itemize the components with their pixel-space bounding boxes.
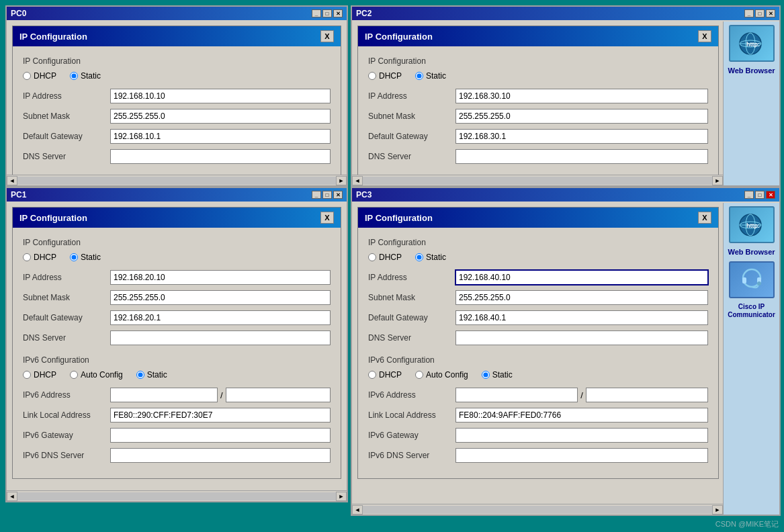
pc3-web-browser-item[interactable]: http: Web Browser — [728, 206, 775, 256]
pc3-ipv6-dhcp-radio[interactable] — [368, 371, 376, 379]
pc0-titlebar[interactable]: PC0 _ □ ✕ — [7, 7, 347, 20]
pc1-ipv6-dhcp-option[interactable]: DHCP — [23, 370, 56, 380]
pc3-ipv6-addr-input[interactable] — [455, 388, 578, 402]
pc1-dhcp-radio[interactable] — [23, 253, 31, 261]
pc1-ip-input[interactable] — [110, 270, 331, 285]
pc3-web-browser-label: Web Browser — [728, 248, 775, 256]
pc1-subnet-input[interactable] — [110, 290, 331, 305]
pc0-close-btn[interactable]: ✕ — [333, 9, 343, 17]
pc3-dhcp-radio[interactable] — [368, 253, 376, 261]
pc3-ipv6-static-radio[interactable] — [482, 371, 490, 379]
pc2-static-option[interactable]: Static — [415, 71, 446, 81]
pc2-ip-close-btn[interactable]: X — [698, 30, 711, 42]
pc1-ipv6-section: IPv6 Configuration DHCP Auto Config Stat… — [23, 355, 331, 463]
pc2-minimize-btn[interactable]: _ — [744, 9, 754, 17]
pc1-ip-label: IP Address — [23, 273, 110, 282]
pc1-dhcp-option[interactable]: DHCP — [23, 253, 56, 262]
pc3-radio-row: DHCP Static — [368, 253, 708, 262]
pc0-maximize-btn[interactable]: □ — [322, 9, 332, 17]
pc0-minimize-btn[interactable]: _ — [312, 9, 321, 17]
pc2-scroll-right[interactable]: ► — [712, 176, 723, 185]
pc1-ipv6-static-option[interactable]: Static — [136, 370, 167, 380]
pc0-static-radio[interactable] — [70, 72, 78, 80]
pc1-close-btn[interactable]: ✕ — [333, 191, 343, 199]
pc0-scroll-left[interactable]: ◄ — [7, 176, 17, 185]
pc2-dns-input[interactable] — [455, 149, 708, 164]
pc1-ipv6-dns-input[interactable] — [110, 448, 331, 463]
pc3-minimize-btn[interactable]: _ — [744, 191, 754, 199]
pc1-subnet-label: Subnet Mask — [23, 293, 110, 302]
pc3-cisco-ip-item[interactable]: Cisco IPCommunicator — [728, 261, 775, 319]
pc1-ipv6-dhcp-radio[interactable] — [23, 371, 31, 379]
pc1-ipv6-addr-input[interactable] — [110, 388, 218, 402]
pc0-scroll-track[interactable] — [17, 177, 336, 185]
pc0-subnet-input[interactable] — [110, 109, 331, 124]
pc0-static-option[interactable]: Static — [70, 71, 101, 81]
pc1-dns-input[interactable] — [110, 330, 331, 345]
pc1-titlebar[interactable]: PC1 _ □ ✕ — [7, 188, 347, 202]
pc3-ip-input[interactable] — [455, 270, 708, 285]
pc1-scroll-track[interactable] — [17, 492, 336, 500]
pc1-minimize-btn[interactable]: _ — [312, 191, 321, 199]
pc0-dns-input[interactable] — [110, 149, 331, 164]
pc3-scroll-left[interactable]: ◄ — [352, 505, 363, 515]
pc1-static-radio[interactable] — [70, 253, 78, 261]
pc3-scrollbar: ◄ ► — [352, 504, 723, 515]
pc3-maximize-btn[interactable]: □ — [755, 191, 765, 199]
pc1-ipv6-slash: / — [218, 390, 226, 400]
pc1-ip-close-btn[interactable]: X — [320, 212, 334, 224]
pc0-gw-input[interactable] — [110, 129, 331, 144]
pc0-ip-dialog-body: IP Configuration DHCP Static IP Address … — [13, 46, 341, 179]
pc0-ip-close-btn[interactable]: X — [320, 30, 334, 42]
pc3-dns-input[interactable] — [455, 330, 708, 345]
pc3-ipv6-gw-input[interactable] — [455, 428, 708, 443]
pc2-close-btn[interactable]: ✕ — [766, 9, 775, 17]
pc3-close-btn[interactable]: ✕ — [766, 191, 775, 199]
pc2-titlebar[interactable]: PC2 _ □ ✕ — [352, 7, 779, 20]
pc2-maximize-btn[interactable]: □ — [755, 9, 765, 17]
pc1-scroll-right[interactable]: ► — [336, 492, 347, 501]
pc2-web-browser-item[interactable]: http: Web Browser — [728, 25, 775, 75]
pc3-ipv6-auto-label: Auto Config — [426, 370, 468, 380]
pc2-scroll-left[interactable]: ◄ — [352, 176, 363, 185]
pc1-ipv6-static-radio[interactable] — [136, 371, 144, 379]
pc3-ipv6-static-option[interactable]: Static — [482, 370, 513, 380]
pc3-ipv6-dns-input[interactable] — [455, 448, 708, 463]
pc2-dhcp-option[interactable]: DHCP — [368, 71, 402, 81]
pc3-dhcp-option[interactable]: DHCP — [368, 253, 402, 262]
pc0-scroll-right[interactable]: ► — [336, 176, 347, 185]
pc3-ipv6-auto-option[interactable]: Auto Config — [415, 370, 468, 380]
pc3-scroll-right[interactable]: ► — [712, 505, 723, 515]
pc3-static-radio[interactable] — [415, 253, 423, 261]
pc3-ip-dialog-titlebar: IP Configuration X — [358, 208, 718, 228]
pc2-dhcp-radio[interactable] — [368, 72, 376, 80]
pc1-ipv6-prefix-input[interactable] — [226, 388, 331, 402]
pc2-subnet-input[interactable] — [455, 109, 708, 124]
pc1-gw-input[interactable] — [110, 310, 331, 325]
pc2-ip-input[interactable] — [455, 89, 708, 103]
pc2-scroll-track[interactable] — [363, 177, 712, 185]
pc2-gw-input[interactable] — [455, 129, 708, 144]
pc1-static-option[interactable]: Static — [70, 253, 101, 262]
pc1-ip-dialog-body: IP Configuration DHCP Static IP Address … — [13, 228, 341, 478]
pc0-ip-input[interactable] — [110, 89, 331, 103]
pc3-scroll-track[interactable] — [363, 506, 712, 514]
pc3-link-local-input[interactable] — [455, 408, 708, 423]
pc3-ipv6-auto-radio[interactable] — [415, 371, 423, 379]
pc3-ip-close-btn[interactable]: X — [698, 212, 711, 224]
pc1-maximize-btn[interactable]: □ — [322, 191, 332, 199]
pc2-static-radio[interactable] — [415, 72, 423, 80]
pc3-ipv6-prefix-input[interactable] — [586, 388, 708, 402]
pc0-dhcp-radio[interactable] — [23, 72, 31, 80]
pc3-gw-input[interactable] — [455, 310, 708, 325]
pc1-ipv6-auto-option[interactable]: Auto Config — [70, 370, 123, 380]
pc1-ipv6-gw-input[interactable] — [110, 428, 331, 443]
pc3-titlebar[interactable]: PC3 _ □ ✕ — [352, 188, 779, 202]
pc0-dhcp-option[interactable]: DHCP — [23, 71, 56, 81]
pc3-ipv6-dhcp-option[interactable]: DHCP — [368, 370, 402, 380]
pc1-ipv6-auto-radio[interactable] — [70, 371, 78, 379]
pc1-scroll-left[interactable]: ◄ — [7, 492, 17, 501]
pc3-static-option[interactable]: Static — [415, 253, 446, 262]
pc3-subnet-input[interactable] — [455, 290, 708, 305]
pc1-link-local-input[interactable] — [110, 408, 331, 423]
